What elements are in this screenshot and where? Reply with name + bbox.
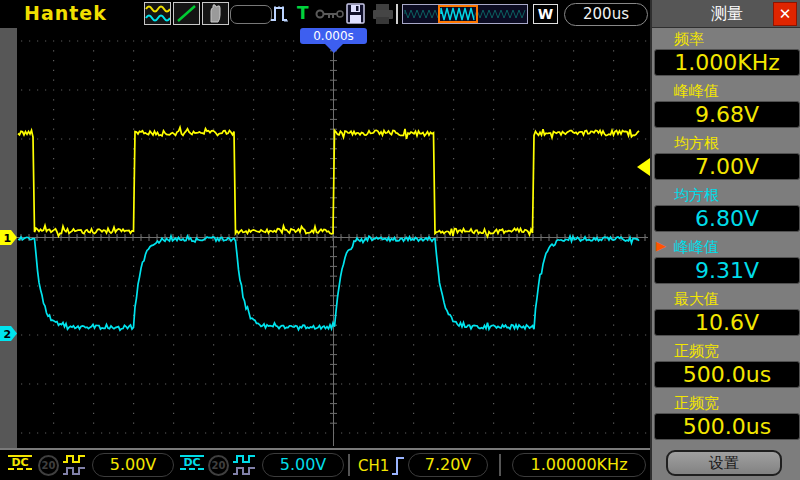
ch2-coupling-label: DC bbox=[183, 456, 200, 469]
measurement-label: 最大值 bbox=[674, 290, 719, 309]
diagonal-line-icon bbox=[174, 3, 199, 24]
measurement-value: 10.6V bbox=[654, 309, 800, 336]
ch1-bandwidth-limit-icon[interactable]: 20 bbox=[38, 455, 59, 476]
measurement-row[interactable]: 正频宽500.0us bbox=[654, 392, 800, 444]
memory-waveform-icon bbox=[403, 5, 527, 23]
measurement-label: 正频宽 bbox=[674, 342, 719, 361]
ch1-bw-label: 20 bbox=[42, 460, 56, 471]
measurement-row[interactable]: 频率1.000KHz bbox=[654, 28, 800, 80]
measurement-value: 9.31V bbox=[654, 257, 800, 284]
measurement-row[interactable]: 均方根6.80V bbox=[654, 184, 800, 236]
ch2-probe-waveform-icon bbox=[232, 455, 258, 476]
frequency-counter-readout: 1.00000KHz bbox=[512, 453, 646, 477]
measurement-label: 正频宽 bbox=[674, 394, 719, 413]
oscilloscope-screen: Hantek T bbox=[0, 0, 800, 480]
measurement-row[interactable]: 最大值10.6V bbox=[654, 288, 800, 340]
measurement-value: 7.00V bbox=[654, 153, 800, 180]
channels-menu-button[interactable] bbox=[144, 2, 171, 25]
measurement-label: 均方根 bbox=[674, 134, 719, 153]
measurement-value: 500.0us bbox=[654, 413, 800, 440]
measurement-value: 1.000KHz bbox=[654, 49, 800, 76]
ch1-probe-waveform-icon bbox=[62, 455, 88, 476]
ch2-coupling-icon[interactable]: DC bbox=[180, 455, 204, 470]
ch1-coupling-icon[interactable]: DC bbox=[8, 455, 32, 470]
svg-text:2: 2 bbox=[4, 328, 12, 341]
trigger-level-readout[interactable]: 7.20V bbox=[408, 453, 488, 477]
close-icon[interactable]: ✕ bbox=[773, 2, 797, 26]
window-zoom-icon[interactable]: W bbox=[533, 4, 558, 24]
floppy-disk-icon bbox=[346, 3, 366, 25]
ch2-volts-div-readout[interactable]: 5.00V bbox=[262, 453, 344, 477]
memory-waveform-strip[interactable] bbox=[402, 4, 528, 24]
measurement-row[interactable]: 正频宽500.0us bbox=[654, 340, 800, 392]
rising-edge-icon bbox=[391, 455, 406, 476]
trigger-position-marker[interactable]: 0.000s bbox=[300, 28, 367, 44]
save-button[interactable] bbox=[346, 3, 366, 29]
trigger-status-indicator: T bbox=[297, 3, 309, 23]
measurement-row[interactable]: 均方根7.00V bbox=[654, 132, 800, 184]
sine-waves-icon bbox=[145, 3, 170, 24]
keylock-icon bbox=[315, 8, 345, 21]
brand-logo: Hantek bbox=[24, 2, 107, 24]
cursor-menu-button[interactable] bbox=[173, 2, 200, 25]
bottom-bar: DC 20 5.00V DC 20 5.00V CH1 bbox=[0, 448, 650, 480]
svg-text:1: 1 bbox=[4, 232, 12, 245]
measurement-value: 6.80V bbox=[654, 205, 800, 232]
measurement-label: 峰峰值 bbox=[674, 82, 719, 101]
pulse-trigger-icon bbox=[270, 4, 290, 24]
trigger-position-pointer-icon bbox=[325, 44, 343, 53]
measurement-row[interactable]: 峰峰值9.68V bbox=[654, 80, 800, 132]
waveform-display[interactable]: 12 bbox=[0, 28, 650, 448]
measurement-value: 9.68V bbox=[654, 101, 800, 128]
measurement-label: 频率 bbox=[674, 30, 704, 49]
toolbar-divider bbox=[396, 4, 398, 24]
empty-toolbar-slot bbox=[230, 5, 272, 24]
measure-panel-header: 测量 ✕ bbox=[652, 0, 800, 28]
settings-button[interactable]: 设置 bbox=[666, 450, 782, 476]
selected-arrow-icon: ▶ bbox=[656, 238, 666, 253]
bottom-bar-divider bbox=[348, 454, 350, 476]
hand-icon bbox=[203, 3, 228, 24]
measurement-value: 500.0us bbox=[654, 361, 800, 388]
measurement-row[interactable]: ▶峰峰值9.31V bbox=[654, 236, 800, 288]
bottom-bar-divider bbox=[499, 454, 501, 476]
print-icon bbox=[371, 3, 395, 25]
ch2-bandwidth-limit-icon[interactable]: 20 bbox=[208, 455, 229, 476]
ch1-volts-div-readout[interactable]: 5.00V bbox=[92, 453, 174, 477]
trigger-source-label: CH1 bbox=[358, 457, 389, 475]
timebase-readout[interactable]: 200us bbox=[564, 3, 648, 26]
hand-drag-button[interactable] bbox=[202, 2, 229, 25]
top-bar: Hantek T bbox=[0, 0, 650, 29]
measurement-label: 峰峰值 bbox=[674, 238, 719, 257]
ch1-coupling-label: DC bbox=[11, 456, 28, 469]
measurement-label: 均方根 bbox=[674, 186, 719, 205]
ch2-bw-label: 20 bbox=[212, 460, 226, 471]
measure-panel: 测量 ✕ 频率1.000KHz峰峰值9.68V均方根7.00V均方根6.80V▶… bbox=[650, 0, 800, 480]
